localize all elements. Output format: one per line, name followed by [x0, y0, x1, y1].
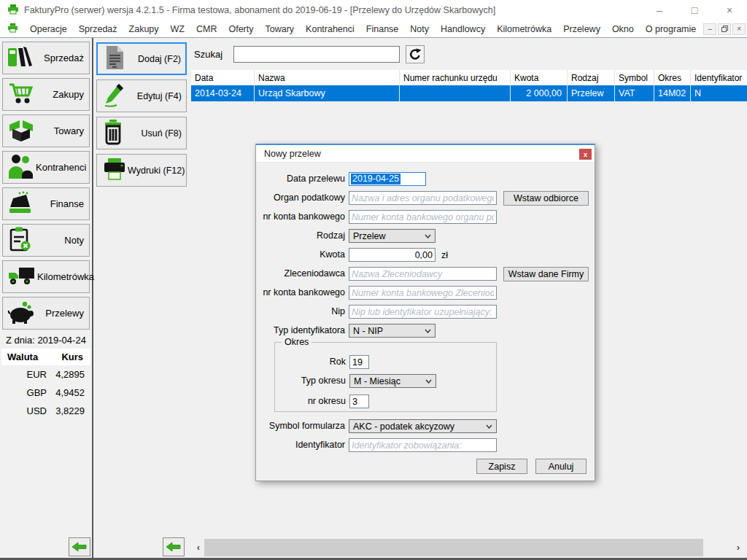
sidebar-item-finanse[interactable]: Finanse: [2, 187, 90, 220]
selected-option: AKC - podatek akcyzowy: [353, 421, 454, 432]
sidebar-item-sprzedaz[interactable]: Sprzedaż: [2, 42, 90, 74]
menu-item-oferty[interactable]: Oferty: [222, 22, 259, 36]
scrollbar-thumb[interactable]: [204, 539, 703, 556]
chevron-down-icon: [425, 329, 435, 333]
edit-button-label: Edytuj (F4): [137, 91, 182, 101]
open-box-icon: [7, 117, 36, 145]
scroll-left-icon[interactable]: ‹: [193, 538, 204, 556]
rates-header-currency: Waluta: [7, 351, 38, 362]
sidebar-item-kilometrowka[interactable]: Kilometrówka: [2, 260, 90, 293]
column-header-kwota[interactable]: Kwota: [511, 70, 568, 85]
column-header-numer-rachunku[interactable]: Numer rachunku urzędu: [400, 70, 511, 85]
add-button[interactable]: Dodaj (F2): [96, 42, 187, 75]
liability-identifier-input[interactable]: [349, 438, 497, 452]
menu-item-finanse[interactable]: Finanse: [360, 22, 404, 36]
year-input[interactable]: [349, 355, 369, 369]
menu-item-kilometrowka[interactable]: Kilometrówka: [491, 22, 557, 36]
column-header-nazwa[interactable]: Nazwa: [255, 70, 400, 85]
pen-edit-icon: [101, 82, 126, 111]
form-symbol-select[interactable]: AKC - podatek akcyzowy: [349, 419, 497, 433]
scrollbar-track[interactable]: [703, 539, 732, 556]
menu-item-o-programie[interactable]: O programie: [640, 22, 702, 36]
column-header-rodzaj[interactable]: Rodzaj: [568, 70, 615, 85]
menu-item-wz[interactable]: WZ: [165, 22, 190, 36]
field-label: Zleceniodawca: [256, 267, 345, 281]
collapse-sidebar-button[interactable]: [69, 537, 90, 556]
search-input[interactable]: [233, 46, 400, 63]
transfer-date-input[interactable]: 2019-04-25: [349, 172, 426, 186]
dialog-close-icon[interactable]: x: [579, 149, 592, 160]
sidebar-item-label: Finanse: [50, 198, 84, 209]
field-row-kwota: Kwota zł: [256, 248, 596, 262]
save-button[interactable]: Zapisz: [476, 459, 527, 474]
maximize-icon[interactable]: □: [677, 0, 712, 20]
period-number-input[interactable]: [349, 394, 369, 408]
mdi-minimize-icon[interactable]: –: [703, 23, 716, 35]
ordering-party-input[interactable]: [349, 267, 497, 281]
menu-item-noty[interactable]: Noty: [404, 22, 435, 36]
menu-item-operacje[interactable]: Operacje: [24, 22, 73, 36]
nip-input[interactable]: [349, 305, 497, 319]
sidebar-item-kontrahenci[interactable]: Kontrahenci: [2, 151, 90, 184]
insert-recipient-button[interactable]: Wstaw odbiorce: [503, 191, 589, 206]
app-printer-icon: [7, 4, 19, 18]
edit-button[interactable]: Edytuj (F4): [96, 79, 187, 112]
tax-authority-input[interactable]: [349, 191, 497, 205]
refresh-button[interactable]: [406, 45, 425, 63]
field-label: Rok: [275, 355, 346, 369]
identifier-type-select[interactable]: N - NIP: [349, 324, 436, 338]
field-row-nr-okresu: nr okresu: [275, 394, 498, 409]
menu-item-cmr[interactable]: CMR: [190, 22, 222, 36]
rates-header-rate: Kurs: [61, 351, 83, 362]
sidebar-item-label: Noty: [64, 235, 84, 246]
selected-option: Przelew: [353, 231, 385, 241]
menu-item-okno[interactable]: Okno: [606, 22, 640, 36]
insert-company-data-button[interactable]: Wstaw dane Firmy: [503, 267, 589, 281]
period-type-select[interactable]: M - Miesiąc: [349, 374, 436, 388]
window-title: FakturyPro (serwer) wersja 4.2.1.5 - Fir…: [24, 5, 495, 15]
rate-row-usd: USD 3,8229: [0, 402, 92, 420]
authority-bank-account-input[interactable]: [349, 210, 497, 224]
transfer-type-select[interactable]: Przelew: [349, 229, 436, 243]
column-header-identyfikator[interactable]: Identyfikator: [691, 70, 747, 85]
column-header-symbol[interactable]: Symbol: [615, 70, 654, 85]
currency-rates-panel: Z dnia: 2019-04-24 Waluta Kurs EUR 4,289…: [0, 333, 92, 420]
menu-item-zakupy[interactable]: Zakupy: [123, 22, 165, 36]
contacts-people-icon: [7, 153, 36, 182]
ordering-party-bank-account-input[interactable]: [349, 286, 497, 300]
close-icon[interactable]: ×: [712, 0, 747, 20]
sidebar-item-towary[interactable]: Towary: [2, 114, 90, 147]
menu-item-handlowcy[interactable]: Handlowcy: [435, 22, 491, 36]
amount-input[interactable]: [349, 248, 436, 262]
field-label: nr konta bankowego: [256, 210, 345, 224]
mdi-restore-icon[interactable]: [718, 23, 731, 35]
sidebar-item-przelewy[interactable]: Przelewy: [2, 297, 90, 330]
menu-item-sprzedaz[interactable]: Sprzedaż: [73, 22, 123, 36]
field-label: Organ podatkowy: [256, 191, 345, 205]
cancel-button[interactable]: Anuluj: [535, 459, 587, 474]
field-label: Kwota: [256, 248, 345, 262]
rate-value: 4,2895: [55, 369, 85, 380]
column-header-okres[interactable]: Okres: [654, 70, 691, 85]
menu-item-kontrahenci[interactable]: Kontrahenci: [300, 22, 360, 36]
column-header-data[interactable]: Data: [191, 70, 255, 85]
menu-item-towary[interactable]: Towary: [260, 22, 301, 36]
scroll-right-icon[interactable]: ›: [732, 538, 744, 556]
collapse-toolbar-button[interactable]: [163, 537, 185, 556]
table-row-selected[interactable]: 2014-03-24 Urząd Skarbowy 2 000,00 Przel…: [191, 85, 747, 101]
delete-button[interactable]: Usuń (F8): [96, 117, 187, 149]
period-group-label: Okres: [282, 337, 311, 347]
field-row-typ-identyfikatora: Typ identyfikatora N - NIP: [256, 324, 596, 338]
menu-item-przelewy[interactable]: Przelewy: [557, 22, 606, 36]
app-printer-icon-small: [7, 23, 18, 36]
print-button[interactable]: Wydruki (F12): [96, 154, 187, 187]
search-label: Szukaj: [194, 49, 222, 60]
sidebar-item-zakupy[interactable]: Zakupy: [2, 78, 90, 111]
sidebar-item-noty[interactable]: Noty: [2, 224, 90, 257]
mdi-close-icon[interactable]: ×: [732, 23, 746, 35]
sidebar-navigation: Sprzedaż Zakupy Towary Kontrahenci Finan…: [0, 38, 93, 558]
dialog-title-bar[interactable]: Nowy przelew: [256, 145, 595, 163]
delete-button-label: Usuń (F8): [141, 128, 182, 139]
field-label: Data przelewu: [256, 172, 345, 186]
minimize-icon[interactable]: –: [642, 0, 677, 20]
